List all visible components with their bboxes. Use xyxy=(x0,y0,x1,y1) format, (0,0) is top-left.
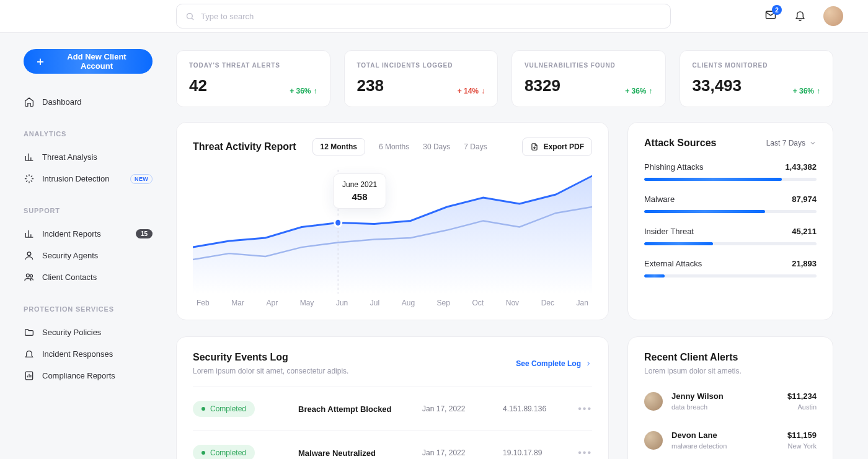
chart-tooltip: June 2021 458 xyxy=(333,173,386,209)
source-name: Phishing Attacks xyxy=(644,162,703,172)
svg-point-5 xyxy=(30,274,33,277)
nav-threat-analysis[interactable]: Threat Analysis xyxy=(24,146,153,168)
xaxis-label: Dec xyxy=(541,299,554,307)
main-content: TODAY'S THREAT ALERTS 42 + 36% ↑ TOTAL I… xyxy=(176,33,868,459)
chevron-right-icon xyxy=(585,360,592,367)
topbar: 2 xyxy=(0,0,868,33)
row-menu-button[interactable]: ••• xyxy=(578,447,592,458)
event-date: Jan 17, 2022 xyxy=(422,404,503,413)
arrow-up-icon: ↑ xyxy=(649,87,653,95)
client-city: New York xyxy=(787,442,817,450)
range-tab[interactable]: 7 Days xyxy=(464,142,487,151)
row-menu-button[interactable]: ••• xyxy=(578,403,592,414)
panel-title: Attack Sources xyxy=(644,138,717,149)
panel-title: Threat Activity Report xyxy=(193,141,296,152)
sidebar: ＋Add New Client Account Dashboard ANALYT… xyxy=(0,33,176,459)
source-name: Malware xyxy=(644,195,675,204)
tooltip-value: 458 xyxy=(342,191,377,202)
source-value: 87,974 xyxy=(792,195,817,204)
stat-title: TOTAL INCIDENTS LOGGED xyxy=(357,62,485,69)
download-icon xyxy=(530,142,539,151)
source-row: Insider Threat45,211 xyxy=(644,227,817,245)
inbox-button[interactable]: 2 xyxy=(764,9,777,24)
nav-compliance-reports[interactable]: Compliance Reports xyxy=(24,365,153,387)
line-chart-svg xyxy=(193,170,592,294)
svg-line-1 xyxy=(192,18,193,20)
bell-icon xyxy=(794,9,806,21)
client-amount: $11,234 xyxy=(787,391,817,401)
client-name: Devon Lane xyxy=(671,431,779,440)
security-events-panel: Security Events Log Lorem ipsum dolor si… xyxy=(176,336,609,459)
xaxis-label: Feb xyxy=(197,299,210,307)
chevron-down-icon xyxy=(809,139,817,147)
client-alert-row[interactable]: Jenny Wilsondata breach $11,234Austin xyxy=(644,382,817,421)
nav-incident-reports[interactable]: Incident Reports 15 xyxy=(24,223,153,245)
event-date: Jan 17, 2022 xyxy=(422,448,503,457)
users-icon xyxy=(24,272,35,282)
stat-card: TOTAL INCIDENTS LOGGED 238 + 14% ↓ xyxy=(344,50,498,107)
export-pdf-button[interactable]: Export PDF xyxy=(522,138,592,156)
report-icon xyxy=(24,370,35,381)
nav-dashboard-label: Dashboard xyxy=(42,97,82,107)
nav-label: Security Agents xyxy=(42,251,98,260)
attack-sources-panel: Attack Sources Last 7 Days Phishing Atta… xyxy=(627,122,833,320)
period-dropdown[interactable]: Last 7 Days xyxy=(766,139,817,147)
threat-activity-panel: Threat Activity Report 12 Months6 Months… xyxy=(176,122,609,320)
nav-intrusion-detection[interactable]: Intrusion Detection NEW xyxy=(24,168,153,190)
client-alert-row[interactable]: Devon Lanemalware detection $11,159New Y… xyxy=(644,421,817,459)
bell-icon xyxy=(24,349,35,359)
export-label: Export PDF xyxy=(544,142,584,151)
count-badge: 15 xyxy=(136,229,153,238)
see-complete-log-link[interactable]: See Complete Log xyxy=(516,359,592,368)
nav-heading-protection: PROTECTION SERVICES xyxy=(24,305,153,313)
stat-title: CLIENTS MONITORED xyxy=(693,62,821,69)
source-bar xyxy=(644,274,817,278)
range-tabs: 12 Months6 Months30 Days7 Days xyxy=(312,138,487,155)
nav-client-contacts[interactable]: Client Contacts xyxy=(24,266,153,288)
stat-card: CLIENTS MONITORED 33,493 + 36% ↑ xyxy=(680,50,834,107)
range-tab[interactable]: 30 Days xyxy=(423,142,450,151)
user-avatar[interactable] xyxy=(823,6,843,26)
panel-title: Recent Client Alerts xyxy=(644,352,817,363)
search-input[interactable] xyxy=(201,12,662,21)
source-row: Malware87,974 xyxy=(644,195,817,213)
stat-title: TODAY'S THREAT ALERTS xyxy=(189,62,317,69)
status-chip: Completed xyxy=(193,445,255,459)
stat-value: 33,493 xyxy=(693,76,742,95)
new-badge: NEW xyxy=(130,174,153,184)
range-tab[interactable]: 12 Months xyxy=(312,138,365,155)
event-row: Completed Breach Attempt Blocked Jan 17,… xyxy=(193,387,592,431)
global-search[interactable] xyxy=(176,4,671,28)
link-label: See Complete Log xyxy=(516,359,581,368)
activity-chart: June 2021 458 xyxy=(193,170,592,294)
event-title: Breach Attempt Blocked xyxy=(298,404,422,414)
stat-cards-row: TODAY'S THREAT ALERTS 42 + 36% ↑ TOTAL I… xyxy=(176,50,833,107)
nav-security-policies[interactable]: Security Policies xyxy=(24,321,153,343)
notifications-button[interactable] xyxy=(794,9,806,24)
source-name: Insider Threat xyxy=(644,227,694,236)
nav-label: Incident Reports xyxy=(42,229,101,238)
stat-value: 8329 xyxy=(525,76,560,95)
nav-heading-support: SUPPORT xyxy=(24,207,153,214)
user-icon xyxy=(24,250,35,261)
nav-incident-responses[interactable]: Incident Responses xyxy=(24,343,153,365)
svg-point-0 xyxy=(187,13,193,19)
source-bar xyxy=(644,210,817,213)
nav-security-agents[interactable]: Security Agents xyxy=(24,245,153,266)
nav-heading-analytics: ANALYTICS xyxy=(24,130,153,138)
event-title: Malware Neutralized xyxy=(298,448,422,458)
arrow-up-icon: ↑ xyxy=(314,87,317,95)
range-tab[interactable]: 6 Months xyxy=(379,142,409,151)
stat-card: VULNERABILITIES FOUND 8329 + 36% ↑ xyxy=(512,50,666,107)
nav-dashboard[interactable]: Dashboard xyxy=(24,91,153,113)
status-chip: Completed xyxy=(193,401,255,417)
source-row: Phishing Attacks1,43,382 xyxy=(644,162,817,181)
stat-card: TODAY'S THREAT ALERTS 42 + 36% ↑ xyxy=(176,50,330,107)
source-bar xyxy=(644,178,817,181)
add-client-button[interactable]: ＋Add New Client Account xyxy=(24,49,153,74)
xaxis-label: Mar xyxy=(231,299,244,307)
client-name: Jenny Wilson xyxy=(671,391,779,401)
stat-value: 42 xyxy=(189,76,207,95)
period-label: Last 7 Days xyxy=(766,139,805,147)
arrow-up-icon: ↑ xyxy=(817,87,820,95)
